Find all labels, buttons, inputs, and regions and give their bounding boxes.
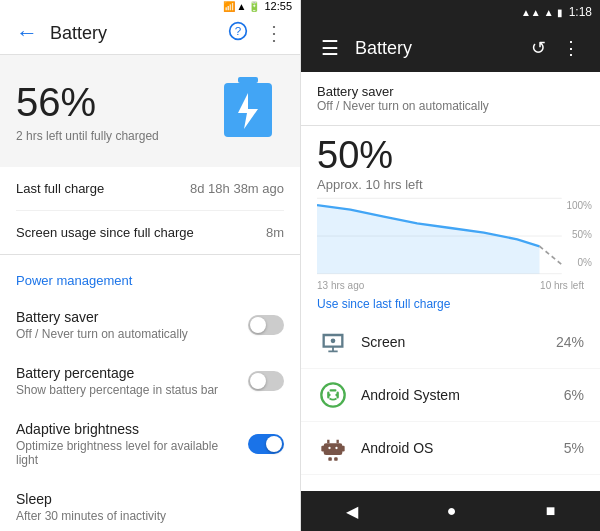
battery-hero: 56% 2 hrs left until fully charged — [0, 55, 300, 167]
adaptive-brightness-title: Adaptive brightness — [16, 421, 240, 437]
battery-percent: 56% — [16, 80, 159, 125]
status-icons-right: ▲▲ ▲ ▮ — [521, 7, 563, 18]
status-time-left: 12:55 — [264, 0, 292, 12]
signal-icon: ▲▲ — [521, 7, 541, 18]
android-system-icon — [317, 379, 349, 411]
sleep-title: Sleep — [16, 491, 276, 507]
chart-x-left: 13 hrs ago — [317, 280, 364, 291]
stat-screen-usage: Screen usage since full charge 8m — [16, 211, 284, 254]
recents-nav-button-right[interactable]: ■ — [530, 494, 572, 528]
chart-y-labels: 100% 50% 0% — [566, 200, 592, 268]
status-time-right: 1:18 — [569, 5, 592, 19]
toolbar-left: ← Battery ? ⋮ — [0, 12, 300, 55]
usage-item-google-services[interactable]: Google Services 4% — [301, 475, 600, 491]
menu-button[interactable]: ☰ — [313, 28, 347, 68]
refresh-button[interactable]: ↺ — [523, 29, 554, 67]
svg-text:?: ? — [235, 24, 242, 37]
usage-android-system-percent: 6% — [564, 387, 584, 403]
stats-section: Last full charge 8d 18h 38m ago Screen u… — [0, 167, 300, 255]
svg-rect-15 — [341, 446, 345, 452]
battery-percentage-subtitle: Show battery percentage in status bar — [16, 383, 240, 397]
battery-stats: 56% 2 hrs left until fully charged — [16, 80, 159, 143]
battery-percentage-title: Battery percentage — [16, 365, 240, 381]
status-icon-battery: 🔋 — [248, 1, 260, 12]
usage-android-os-name: Android OS — [361, 440, 564, 456]
chart-y-0: 0% — [566, 257, 592, 268]
stat-label-screen-usage: Screen usage since full charge — [16, 225, 194, 240]
nav-bar-right: ◀ ● ■ — [301, 491, 600, 531]
adaptive-brightness-setting[interactable]: Adaptive brightness Optimize brightness … — [0, 409, 300, 479]
usage-android-system-name: Android System — [361, 387, 564, 403]
home-nav-button-right[interactable]: ● — [431, 494, 473, 528]
help-button[interactable]: ? — [220, 13, 256, 54]
adaptive-brightness-toggle[interactable] — [248, 434, 284, 454]
battery-chart-svg — [317, 196, 584, 276]
battery-percentage-toggle[interactable] — [248, 371, 284, 391]
usage-list: Screen 24% Android System 6% — [301, 316, 600, 491]
chart-y-100: 100% — [566, 200, 592, 211]
svg-rect-14 — [321, 446, 325, 452]
battery-percentage-setting[interactable]: Battery percentage Show battery percenta… — [0, 353, 300, 409]
usage-screen-percent: 24% — [556, 334, 584, 350]
svg-point-10 — [321, 383, 344, 406]
chart-y-50: 50% — [566, 229, 592, 240]
battery-saver-desc: Off / Never turn on automatically — [317, 99, 584, 113]
power-management-header: Power management — [0, 255, 300, 297]
usage-android-os-percent: 5% — [564, 440, 584, 456]
stat-value-last-charge: 8d 18h 38m ago — [190, 181, 284, 196]
svg-point-18 — [328, 447, 330, 449]
status-bar-left: 📶 ▲ 🔋 12:55 — [0, 0, 300, 12]
battery-saver-subtitle: Off / Never turn on automatically — [16, 327, 240, 341]
svg-point-12 — [335, 394, 337, 396]
chart-x-labels: 13 hrs ago 10 hrs left — [317, 280, 584, 291]
svg-point-11 — [328, 394, 330, 396]
wifi-icon: ▲ — [544, 7, 554, 18]
more-options-button-right[interactable]: ⋮ — [554, 29, 588, 67]
battery-big-display: 50% Approx. 10 hrs left — [301, 126, 600, 196]
toolbar-right: ☰ Battery ↺ ⋮ — [301, 24, 600, 72]
back-nav-button-right[interactable]: ◀ — [330, 494, 374, 529]
section-header-label: Power management — [16, 273, 132, 288]
battery-saver-label: Battery saver — [317, 84, 584, 99]
stat-value-screen-usage: 8m — [266, 225, 284, 240]
adaptive-brightness-subtitle: Optimize brightness level for available … — [16, 439, 240, 467]
svg-marker-8 — [317, 205, 540, 274]
battery-chart: 100% 50% 0% 13 hrs ago 10 hrs left — [301, 196, 600, 286]
battery-icon — [220, 75, 284, 147]
status-bar-right: ▲▲ ▲ ▮ 1:18 — [301, 0, 600, 24]
status-icon-wifi: ▲ — [237, 1, 247, 12]
android-os-icon — [317, 432, 349, 464]
battery-big-time: Approx. 10 hrs left — [317, 177, 584, 192]
usage-item-android-os[interactable]: Android OS 5% — [301, 422, 600, 475]
chart-x-right: 10 hrs left — [540, 280, 584, 291]
battery-status-icon: ▮ — [557, 7, 563, 18]
right-panel: ▲▲ ▲ ▮ 1:18 ☰ Battery ↺ ⋮ Battery saver … — [300, 0, 600, 531]
battery-saver-toggle[interactable] — [248, 315, 284, 335]
svg-rect-16 — [328, 457, 332, 461]
usage-item-android-system[interactable]: Android System 6% — [301, 369, 600, 422]
svg-rect-13 — [324, 443, 343, 455]
battery-time-remaining: 2 hrs left until fully charged — [16, 129, 159, 143]
stat-last-charge: Last full charge 8d 18h 38m ago — [16, 167, 284, 211]
battery-saver-setting[interactable]: Battery saver Off / Never turn on automa… — [0, 297, 300, 353]
usage-item-screen[interactable]: Screen 24% — [301, 316, 600, 369]
sleep-subtitle: After 30 minutes of inactivity — [16, 509, 276, 523]
screen-icon — [317, 326, 349, 358]
battery-saver-title: Battery saver — [16, 309, 240, 325]
use-since-label: Use since last full charge — [317, 297, 450, 311]
svg-rect-2 — [238, 77, 258, 83]
svg-point-9 — [331, 339, 336, 344]
page-title-left: Battery — [50, 23, 220, 44]
status-icon-sim: 📶 — [223, 1, 235, 12]
stat-label-last-charge: Last full charge — [16, 181, 104, 196]
left-panel: 📶 ▲ 🔋 12:55 ← Battery ? ⋮ 56% 2 hrs left… — [0, 0, 300, 531]
usage-screen-name: Screen — [361, 334, 556, 350]
back-button[interactable]: ← — [8, 12, 46, 54]
svg-point-19 — [335, 447, 337, 449]
svg-rect-17 — [334, 457, 338, 461]
page-title-right: Battery — [355, 38, 523, 59]
battery-saver-notice: Battery saver Off / Never turn on automa… — [301, 72, 600, 126]
sleep-setting[interactable]: Sleep After 30 minutes of inactivity — [0, 479, 300, 531]
battery-big-percent: 50% — [317, 134, 584, 177]
more-options-button[interactable]: ⋮ — [256, 13, 292, 53]
